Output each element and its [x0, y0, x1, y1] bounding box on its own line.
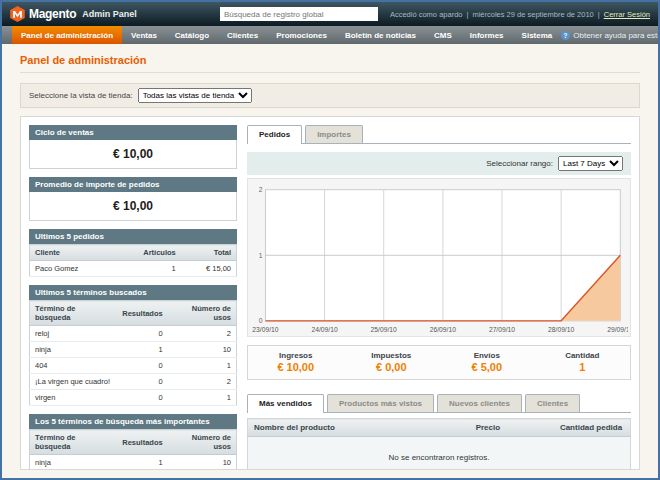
diagram-tabs: Pedidos Importes — [247, 125, 631, 144]
col-usos: Número de usos — [168, 301, 237, 326]
brand-suffix: Admin Panel — [82, 9, 137, 19]
range-select[interactable]: Last 7 Days — [558, 156, 623, 171]
svg-text:1: 1 — [259, 252, 263, 259]
col-usos: Número de usos — [168, 430, 237, 455]
tab-mas-vendidos[interactable]: Más vendidos — [247, 394, 324, 413]
svg-text:27/09/10: 27/09/10 — [489, 326, 515, 333]
nav-item-clientes[interactable]: Clientes — [218, 26, 267, 44]
totals-bar: Ingresos € 10,00 Impuestos € 0,00 Envíos… — [247, 345, 631, 380]
orders-chart: 01223/09/1024/09/1025/09/1026/09/1027/09… — [247, 178, 631, 337]
average-orders-value: € 10,00 — [29, 192, 237, 221]
svg-text:2: 2 — [259, 186, 263, 193]
nav-item-sistema[interactable]: Sistema — [513, 26, 562, 44]
table-row: ninja110 — [30, 342, 237, 358]
col-resultados: Resultados — [117, 301, 167, 326]
last-orders-box: Ultimos 5 pedidos Cliente Artículos Tota… — [29, 229, 237, 277]
range-bar: Seleccionar rango: Last 7 Days — [247, 152, 631, 175]
table-row: virgen01 — [30, 390, 237, 406]
last-search-terms-table: Término de búsqueda Resultados Número de… — [29, 300, 237, 406]
table-row: 40401 — [30, 358, 237, 374]
metric-envios: Envíos € 5,00 — [439, 351, 535, 373]
average-orders-box: Promedio de importe de pedidos € 10,00 — [29, 177, 237, 221]
metric-ingresos: Ingresos € 10,00 — [248, 351, 344, 373]
last-orders-table: Cliente Artículos Total Paco Gomez 1 € 1… — [29, 244, 237, 277]
magento-logo: Magento Admin Panel — [10, 6, 137, 22]
store-view-select[interactable]: Todas las vistas de tienda — [138, 88, 252, 103]
dashboard-main: Pedidos Importes Seleccionar rango: Last… — [247, 125, 631, 461]
svg-text:0: 0 — [259, 317, 263, 324]
top-search-terms-table: Término de búsqueda Resultados Número de… — [29, 429, 237, 470]
top-search-terms-box: Los 5 términos de búsqueda más important… — [29, 414, 237, 470]
brand-name: Magento — [29, 7, 76, 21]
col-cantidad-pedida: Cantidad pedida — [554, 419, 631, 437]
lifetime-sales-value: € 10,00 — [29, 140, 237, 169]
empty-row: No se encontraron registros. — [248, 437, 631, 470]
logout-link[interactable]: Cerrar Sesión — [604, 10, 650, 19]
average-orders-title: Promedio de importe de pedidos — [29, 177, 237, 192]
separator: | — [598, 10, 600, 19]
svg-text:25/09/10: 25/09/10 — [371, 326, 397, 333]
store-switcher: Seleccione la vista de tienda: Todas las… — [20, 83, 640, 108]
col-cliente: Cliente — [30, 245, 115, 261]
grids-tabs: Más vendidos Productos más vistos Nuevos… — [247, 394, 631, 413]
current-date: miércoles 29 de septiembre de 2010 — [472, 10, 593, 19]
nav-item-ventas[interactable]: Ventas — [122, 26, 166, 44]
page-content: Panel de administración Seleccione la vi… — [2, 44, 658, 478]
last-search-terms-title: Ultimos 5 términos buscados — [29, 285, 237, 300]
store-switcher-label: Seleccione la vista de tienda: — [29, 91, 133, 100]
nav-item-dashboard[interactable]: Panel de administración — [12, 26, 122, 44]
col-articulos: Artículos — [114, 245, 181, 261]
dashboard-sidebar: Ciclo de ventas € 10,00 Promedio de impo… — [29, 125, 237, 461]
col-termino: Término de búsqueda — [30, 301, 118, 326]
main-nav: Panel de administración Ventas Catálogo … — [2, 26, 658, 44]
user-info: Accedió como apardo | miércoles 29 de se… — [390, 10, 650, 19]
nav-item-informes[interactable]: Informes — [461, 26, 513, 44]
magento-admin-window: Magento Admin Panel Accedió como apardo … — [0, 0, 660, 480]
global-search-input[interactable] — [220, 7, 378, 21]
tab-productos-mas-vistos[interactable]: Productos más vistos — [327, 394, 434, 412]
tab-clientes[interactable]: Clientes — [525, 394, 580, 412]
table-row: ¡La virgen que cuadro!02 — [30, 374, 237, 390]
metric-cantidad: Cantidad 1 — [535, 351, 631, 373]
svg-text:28/09/10: 28/09/10 — [548, 326, 574, 333]
col-nombre-producto: Nombre del producto — [248, 419, 470, 437]
table-row: ninja110 — [30, 455, 237, 471]
range-label: Seleccionar rango: — [486, 159, 553, 168]
col-termino: Término de búsqueda — [30, 430, 118, 455]
top-search-terms-title: Los 5 términos de búsqueda más important… — [29, 414, 237, 429]
col-precio: Precio — [470, 419, 554, 437]
magento-logo-icon — [10, 6, 25, 22]
tab-pedidos[interactable]: Pedidos — [247, 125, 302, 144]
table-row: reloj02 — [30, 326, 237, 342]
svg-text:24/09/10: 24/09/10 — [311, 326, 337, 333]
dashboard-panel: Ciclo de ventas € 10,00 Promedio de impo… — [20, 116, 640, 470]
help-icon: ? — [561, 31, 570, 40]
logged-in-as: Accedió como apardo — [390, 10, 463, 19]
lifetime-sales-box: Ciclo de ventas € 10,00 — [29, 125, 237, 169]
col-total: Total — [181, 245, 237, 261]
last-search-terms-box: Ultimos 5 términos buscados Término de b… — [29, 285, 237, 406]
nav-item-cms[interactable]: CMS — [425, 26, 461, 44]
orders-chart-svg: 01223/09/1024/09/1025/09/1026/09/1027/09… — [250, 182, 628, 336]
help-label: Obtener ayuda para esta página — [573, 31, 660, 40]
nav-item-catalogo[interactable]: Catálogo — [166, 26, 218, 44]
help-link[interactable]: ? Obtener ayuda para esta página — [561, 26, 660, 44]
svg-text:26/09/10: 26/09/10 — [430, 326, 456, 333]
bestsellers-table: Nombre del producto Precio Cantidad pedi… — [247, 418, 631, 470]
nav-item-boletin[interactable]: Boletín de noticias — [336, 26, 425, 44]
tab-importes[interactable]: Importes — [305, 125, 363, 143]
lifetime-sales-title: Ciclo de ventas — [29, 125, 237, 140]
last-orders-title: Ultimos 5 pedidos — [29, 229, 237, 244]
top-header: Magento Admin Panel Accedió como apardo … — [2, 2, 658, 26]
metric-impuestos: Impuestos € 0,00 — [344, 351, 440, 373]
empty-message: No se encontraron registros. — [248, 437, 631, 470]
separator: | — [466, 10, 468, 19]
col-resultados: Resultados — [117, 430, 167, 455]
svg-text:23/09/10: 23/09/10 — [252, 326, 278, 333]
table-row: Paco Gomez 1 € 15,00 — [30, 261, 237, 277]
nav-item-promociones[interactable]: Promociones — [267, 26, 336, 44]
svg-text:?: ? — [564, 31, 568, 38]
svg-text:29/09/10: 29/09/10 — [607, 326, 628, 333]
page-title: Panel de administración — [20, 54, 640, 73]
tab-nuevos-clientes[interactable]: Nuevos clientes — [437, 394, 522, 412]
